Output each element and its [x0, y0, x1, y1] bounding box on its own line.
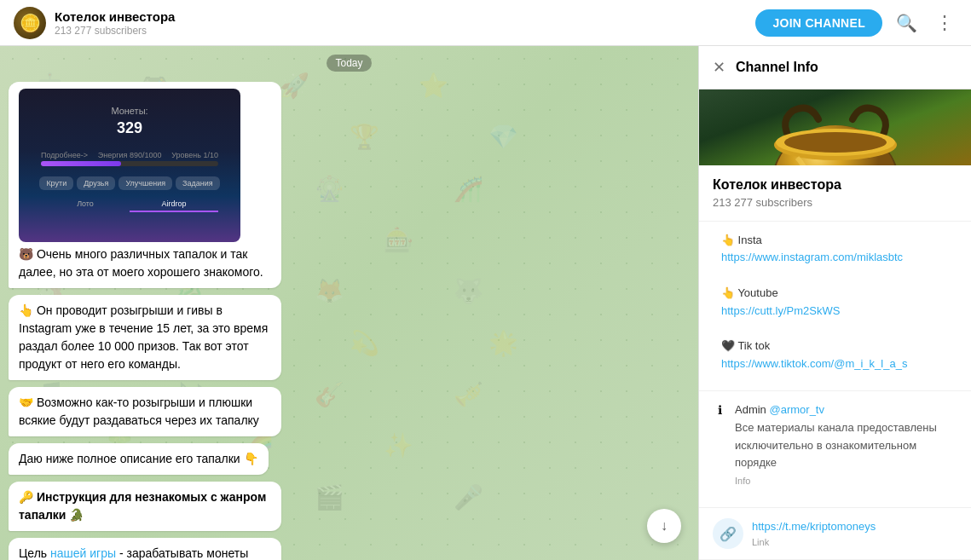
insta-label: 👆 Insta	[721, 234, 762, 246]
link-content: https://t.me/kriptomoneys Link	[752, 518, 876, 549]
tab-kruti[interactable]: Крути	[39, 176, 73, 190]
message-6: Цель нашей игры - зарабатывать монеты вм…	[9, 538, 690, 560]
info-circle-icon: ℹ	[713, 403, 726, 417]
insta-content: 👆 Insta https://www.instagram.com/miklas…	[721, 232, 957, 373]
game-tab-row: Крути Друзья Улучшения Задания	[39, 176, 219, 190]
youtube-link[interactable]: https://cutt.ly/Pm2SkWS	[721, 303, 957, 320]
game-sub-tabs: Лото Airdrop	[41, 197, 218, 212]
message-text-3: 🤝 Возможно как-то розыгрыши и плюшки вся…	[19, 394, 271, 430]
link-chain-icon: 🔗	[713, 518, 743, 549]
links-section: 👆 Insta https://www.instagram.com/miklas…	[699, 222, 971, 391]
channel-name: Котелок инвестора	[55, 9, 175, 25]
info-label: Info	[735, 476, 750, 486]
search-button[interactable]: 🔍	[893, 9, 920, 37]
game-screenshot: Монеты: 329 Подробнее-> Энергия 890/1000…	[19, 89, 240, 242]
today-divider: Today	[9, 55, 690, 72]
channel-info: Котелок инвестора 213 277 subscribers	[55, 9, 175, 37]
tiktok-link[interactable]: https://www.tiktok.com/@m_i_k_l_a_s	[721, 355, 957, 373]
message-text-5: 🔑 Инструкция для незнакомых с жанром тап…	[19, 488, 271, 524]
message-text-4: Даю ниже полное описание его тапалки 👇	[19, 450, 258, 468]
message-bubble-3: 🤝 Возможно как-то розыгрыши и плюшки вся…	[9, 387, 281, 436]
panel-title: Channel Info	[736, 60, 818, 75]
admin-row: ℹ Admin @armor_tv Все материалы канала п…	[713, 401, 957, 490]
message-5: 🔑 Инструкция для незнакомых с жанром тап…	[9, 482, 690, 531]
message-bubble-2: 👆 Он проводит розыгрыши и гивы в Instagr…	[9, 295, 281, 380]
game-link[interactable]: нашей игры	[50, 546, 116, 560]
join-channel-button[interactable]: JOIN CHANNEL	[755, 9, 882, 37]
message-text-1: 🐻 Очень много различных тапалок и так да…	[19, 245, 271, 281]
topbar-left: Котелок инвестора 213 277 subscribers	[14, 7, 755, 39]
insta-link[interactable]: https://www.instagram.com/miklasbtc	[721, 249, 957, 267]
right-panel-header: ✕ Channel Info	[699, 46, 971, 89]
youtube-label: 👆 Youtube	[721, 286, 778, 299]
topbar-actions: JOIN CHANNEL 🔍 ⋮	[755, 9, 957, 37]
channel-link[interactable]: https://t.me/kriptomoneys	[752, 520, 876, 533]
message-bubble-4: Даю ниже полное описание его тапалки 👇	[9, 443, 269, 475]
svg-point-4	[784, 132, 887, 153]
level-label: Уровень 1/10	[171, 151, 218, 159]
main: 🤖 🎮 🚀 ⭐ 🎲 🎯 🏆 💎 🎪 🎠 🎡 🎢 👾 🕹️ 🎰 🦄 🐉 🦊 🐺	[0, 46, 971, 560]
message-text-2: 👆 Он проводит розыгрыши и гивы в Instagr…	[19, 302, 271, 373]
today-badge: Today	[327, 55, 371, 72]
close-panel-button[interactable]: ✕	[713, 58, 725, 77]
channel-info-name: Котелок инвестора	[699, 165, 971, 196]
insta-row: 👆 Insta https://www.instagram.com/miklas…	[713, 232, 957, 373]
messages-container[interactable]: 🤖 🎮 🚀 ⭐ 🎲 🎯 🏆 💎 🎪 🎠 🎡 🎢 👾 🕹️ 🎰 🦄 🐉 🦊 🐺	[0, 46, 698, 560]
scroll-down-button[interactable]: ↓	[647, 509, 681, 543]
message-3: 🤝 Возможно как-то розыгрыши и плюшки вся…	[9, 387, 690, 436]
tab-druzya[interactable]: Друзья	[77, 176, 115, 190]
chat-area: 🤖 🎮 🚀 ⭐ 🎲 🎯 🏆 💎 🎪 🎠 🎡 🎢 👾 🕹️ 🎰 🦄 🐉 🦊 🐺	[0, 46, 698, 560]
message-text-6: Цель нашей игры - зарабатывать монеты вм…	[19, 545, 271, 560]
admin-content: Admin @armor_tv Все материалы канала пре…	[735, 401, 957, 490]
channel-description: Все материалы канала предоставлены исклю…	[735, 421, 937, 470]
more-icon: ⋮	[935, 12, 952, 34]
message-bubble-6: Цель нашей игры - зарабатывать монеты вм…	[9, 538, 281, 560]
progress-bar	[41, 161, 218, 166]
admin-handle[interactable]: @armor_tv	[769, 403, 824, 416]
channel-link-row: 🔗 https://t.me/kriptomoneys Link	[699, 508, 971, 560]
admin-section: ℹ Admin @armor_tv Все материалы канала п…	[699, 391, 971, 508]
avatar	[14, 7, 46, 39]
link-type-label: Link	[752, 537, 769, 547]
tab-zadaniya[interactable]: Задания	[176, 176, 220, 190]
sub-tab-loto: Лото	[41, 197, 130, 212]
tab-uluchsheniya[interactable]: Улучшения	[118, 176, 172, 190]
message-4: Даю ниже полное описание его тапалки 👇	[9, 443, 690, 475]
tiktok-label: 🖤 Tik tok	[721, 339, 770, 352]
message-bubble-1: Монеты: 329 Подробнее-> Энергия 890/1000…	[9, 82, 281, 288]
progress-bar-fill	[41, 161, 121, 166]
sub-tab-airdrop: Airdrop	[130, 197, 218, 212]
coins-value: 329	[117, 119, 142, 137]
message-with-image: Монеты: 329 Подробнее-> Энергия 890/1000…	[9, 82, 690, 288]
admin-label: Admin	[735, 403, 766, 416]
channel-subscribers: 213 277 subscribers	[55, 25, 175, 37]
coins-label: Монеты:	[111, 106, 147, 116]
right-panel: ✕ Channel Info	[698, 46, 971, 560]
message-bubble-5: 🔑 Инструкция для незнакомых с жанром тап…	[9, 482, 281, 531]
more-options-button[interactable]: ⋮	[930, 9, 957, 37]
progress-detail: Подробнее->	[41, 151, 88, 159]
search-icon: 🔍	[896, 13, 917, 33]
channel-info-subscribers: 213 277 subscribers	[699, 196, 971, 222]
energy-label: Энергия 890/1000	[98, 151, 162, 159]
message-2: 👆 Он проводит розыгрыши и гивы в Instagr…	[9, 295, 690, 380]
channel-hero-image	[699, 89, 971, 165]
topbar: Котелок инвестора 213 277 subscribers JO…	[0, 0, 971, 46]
progress-labels: Подробнее-> Энергия 890/1000 Уровень 1/1…	[41, 151, 218, 159]
